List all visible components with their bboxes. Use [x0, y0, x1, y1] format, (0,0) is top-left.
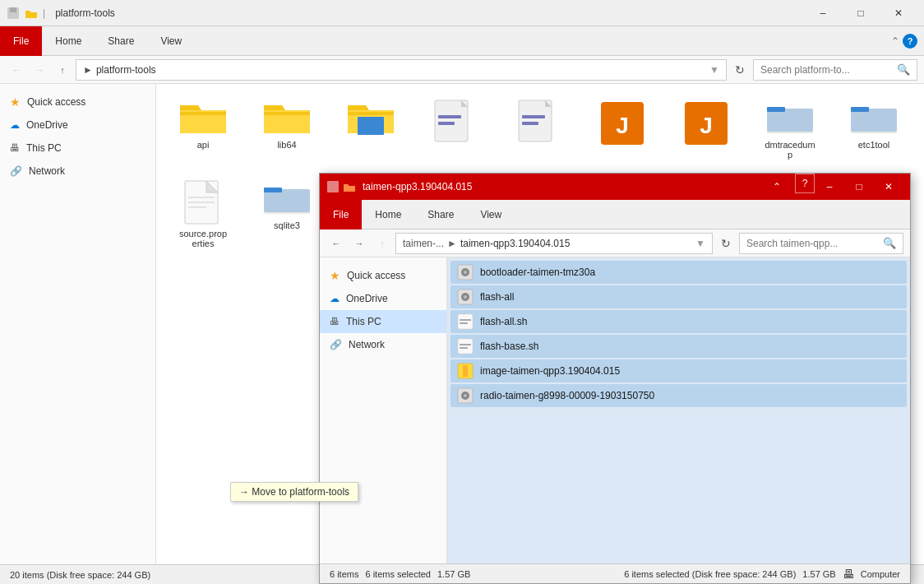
file-item-folder-open[interactable]	[334, 94, 408, 165]
overlay-sidebar-label-quick-access: Quick access	[347, 270, 405, 281]
overlay-refresh-button[interactable]: ↻	[716, 234, 736, 253]
up-button[interactable]: ↑	[53, 60, 72, 80]
maximize-button[interactable]: □	[842, 0, 880, 26]
main-ribbon: File Home Share View ⌃ ?	[0, 26, 924, 56]
overlay-maximize-button[interactable]: □	[844, 174, 874, 200]
overlay-tab-file[interactable]: File	[320, 200, 362, 229]
back-button[interactable]: ←	[7, 60, 26, 80]
sidebar-item-quick-access[interactable]: ★ Quick access	[0, 90, 155, 114]
overlay-title-bar: taimen-qpp3.190404.015 ⌃ ? – □ ✕	[320, 174, 910, 200]
tab-file[interactable]: File	[0, 26, 42, 56]
sidebar-label-this-pc: This PC	[26, 142, 62, 154]
overlay-sidebar-quick-access[interactable]: ★ Quick access	[320, 264, 446, 287]
sidebar-label-onedrive: OneDrive	[26, 119, 68, 131]
img-icon-radio	[457, 387, 474, 404]
overlay-minimize-button[interactable]: –	[815, 174, 844, 200]
file-item-dmtracedum[interactable]: dmtracedump	[753, 94, 827, 165]
overlay-path-breadcrumb1: taimen-...	[403, 238, 444, 249]
sidebar-item-onedrive[interactable]: ☁ OneDrive	[0, 114, 155, 137]
tab-home[interactable]: Home	[42, 26, 95, 56]
overlay-sidebar-network[interactable]: 🔗 Network	[320, 333, 446, 356]
overlay-window: taimen-qpp3.190404.015 ⌃ ? – □ ✕ File Ho…	[319, 173, 911, 584]
overlay-file-row-flash-all[interactable]: flash-all	[450, 285, 907, 308]
overlay-file-name-bootloader: bootloader-taimen-tmz30a	[480, 267, 595, 278]
svg-rect-16	[438, 122, 455, 125]
overlay-star-icon: ★	[330, 269, 340, 282]
folder-icon-lib64	[264, 99, 310, 137]
overlay-window-title: taimen-qpp3.190404.015	[363, 181, 762, 192]
sh-icon-flash-base-sh	[457, 338, 474, 355]
tab-view[interactable]: View	[147, 26, 195, 56]
overlay-cloud-icon: ☁	[330, 293, 340, 304]
file-item-api[interactable]: api	[166, 94, 240, 165]
doc-icon-source	[183, 179, 223, 225]
file-item-exe1[interactable]	[418, 94, 492, 165]
file-label-lib64: lib64	[277, 140, 296, 150]
overlay-status-selected: 6 items selected	[365, 569, 430, 579]
overlay-tab-view[interactable]: View	[467, 200, 515, 229]
path-dropdown-icon[interactable]: ▼	[709, 64, 719, 76]
svg-rect-11	[348, 112, 394, 115]
overlay-tab-share[interactable]: Share	[414, 200, 467, 229]
folder-icon-api	[180, 99, 226, 137]
overlay-address-path[interactable]: taimen-... ► taimen-qpp3.190404.015 ▼	[395, 233, 713, 254]
overlay-path-dropdown-icon[interactable]: ▼	[695, 238, 705, 249]
zip-icon-flash-all	[457, 289, 474, 305]
minimize-button[interactable]: –	[804, 0, 842, 26]
overlay-file-name-image-taimen: image-taimen-qpp3.190404.015	[480, 365, 620, 377]
file-item-source-prop[interactable]: source.properties	[166, 174, 240, 253]
overlay-back-button[interactable]: ←	[326, 234, 346, 253]
overlay-tab-home[interactable]: Home	[362, 200, 414, 229]
overlay-file-row-image-taimen[interactable]: image-taimen-qpp3.190404.015	[450, 359, 907, 382]
overlay-help-icon[interactable]: ?	[795, 174, 815, 193]
overlay-sidebar-label-network: Network	[349, 339, 385, 350]
tab-share[interactable]: Share	[95, 26, 147, 56]
svg-text:J: J	[616, 113, 629, 138]
overlay-search-icon[interactable]: 🔍	[883, 237, 896, 249]
help-icon[interactable]: ?	[903, 34, 917, 49]
svg-rect-19	[522, 115, 545, 118]
sh-icon-flash-all-sh	[457, 313, 474, 330]
main-address-bar: ← → ↑ ► platform-tools ▼ ↻ 🔍	[0, 56, 924, 84]
overlay-status-size: 1.57 GB	[437, 569, 470, 579]
file-item-exe2[interactable]	[501, 94, 575, 165]
overlay-search-input[interactable]	[746, 238, 880, 249]
overlay-file-row-flash-base-sh[interactable]: flash-base.sh	[450, 335, 907, 358]
overlay-file-row-radio-taimen[interactable]: radio-taimen-g8998-00009-1903150750	[450, 384, 907, 407]
overlay-sidebar-label-this-pc: This PC	[346, 316, 381, 327]
title-bar-icons: |	[7, 7, 45, 20]
sidebar-item-network[interactable]: 🔗 Network	[0, 160, 155, 183]
file-item-sqlite3[interactable]: sqlite3	[250, 174, 324, 253]
close-button[interactable]: ✕	[880, 0, 917, 26]
overlay-close-button[interactable]: ✕	[874, 174, 903, 200]
sidebar-item-this-pc[interactable]: 🖶 This PC	[0, 137, 155, 160]
address-path[interactable]: ► platform-tools ▼	[76, 59, 727, 81]
computer-icon: 🖶	[843, 568, 854, 581]
overlay-sidebar-this-pc[interactable]: 🖶 This PC	[320, 310, 446, 333]
file-item-etc1tool[interactable]: etc1tool	[837, 94, 911, 165]
overlay-sidebar-onedrive[interactable]: ☁ OneDrive	[320, 287, 446, 310]
file-item-java1[interactable]: J	[585, 94, 659, 165]
file-item-java2[interactable]: J	[669, 94, 743, 165]
search-icon[interactable]: 🔍	[897, 63, 910, 76]
exe-icon-1	[432, 99, 478, 145]
overlay-up-button[interactable]: ↑	[372, 234, 392, 253]
overlay-breadcrumb-arrow: ►	[447, 238, 457, 249]
overlay-file-row-flash-all-sh[interactable]: flash-all.sh	[450, 310, 907, 333]
svg-rect-57	[463, 365, 468, 377]
search-input[interactable]	[760, 64, 894, 76]
overlay-file-area: bootloader-taimen-tmz30a flash-all flash	[447, 257, 910, 563]
overlay-sidebar-label-onedrive: OneDrive	[346, 293, 388, 304]
refresh-button[interactable]: ↻	[730, 60, 750, 80]
file-label-api: api	[197, 140, 210, 150]
overlay-status-right: 6 items selected (Disk free space: 244 G…	[624, 568, 900, 581]
folder-icon-sqlite3	[264, 179, 310, 217]
ribbon-expand-icon[interactable]: ⌃	[891, 35, 899, 47]
forward-button[interactable]: →	[30, 60, 49, 80]
file-item-lib64[interactable]: lib64	[250, 94, 324, 165]
svg-marker-2	[25, 11, 37, 18]
overlay-file-row-bootloader[interactable]: bootloader-taimen-tmz30a	[450, 261, 907, 284]
overlay-forward-button[interactable]: →	[349, 234, 369, 253]
overlay-expand-icon[interactable]: ⌃	[762, 174, 792, 200]
star-icon: ★	[10, 95, 21, 109]
